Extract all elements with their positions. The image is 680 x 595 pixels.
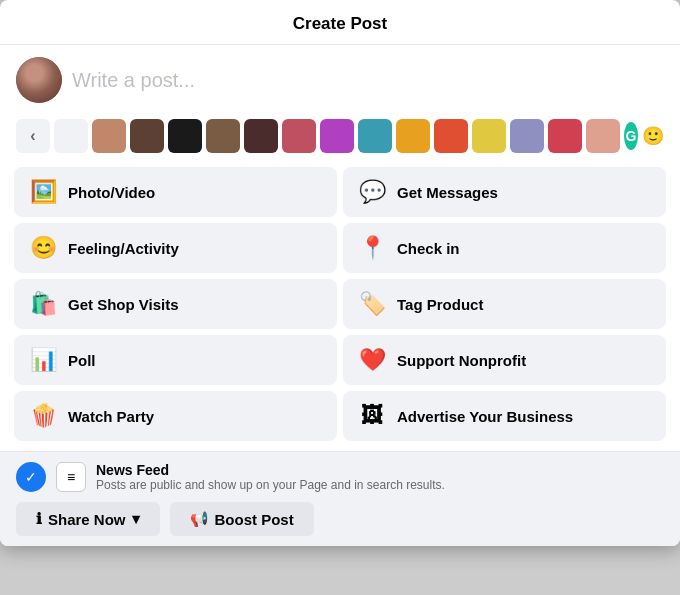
post-area: Write a post... bbox=[0, 45, 680, 115]
action-poll[interactable]: 📊Poll bbox=[14, 335, 337, 385]
poll-icon: 📊 bbox=[28, 345, 58, 375]
audience-text: News Feed Posts are public and show up o… bbox=[96, 462, 445, 492]
get-messages-icon: 💬 bbox=[357, 177, 387, 207]
color-swatch-coffee[interactable] bbox=[206, 119, 240, 153]
get-shop-visits-label: Get Shop Visits bbox=[68, 296, 179, 313]
footer: ✓ ≡ News Feed Posts are public and show … bbox=[0, 451, 680, 546]
action-get-messages[interactable]: 💬Get Messages bbox=[343, 167, 666, 217]
action-check-in[interactable]: 📍Check in bbox=[343, 223, 666, 273]
get-messages-label: Get Messages bbox=[397, 184, 498, 201]
action-photo-video[interactable]: 🖼️Photo/Video bbox=[14, 167, 337, 217]
avatar bbox=[16, 57, 62, 103]
prev-colors-button[interactable]: ‹ bbox=[16, 119, 50, 153]
news-feed-icon: ≡ bbox=[56, 462, 86, 492]
grammarly-icon: G bbox=[624, 122, 638, 150]
color-swatch-purple[interactable] bbox=[320, 119, 354, 153]
check-in-label: Check in bbox=[397, 240, 460, 257]
audience-title: News Feed bbox=[96, 462, 445, 478]
action-support-nonprofit[interactable]: ❤️Support Nonprofit bbox=[343, 335, 666, 385]
tag-product-icon: 🏷️ bbox=[357, 289, 387, 319]
post-input[interactable]: Write a post... bbox=[72, 69, 195, 92]
audience-desc: Posts are public and show up on your Pag… bbox=[96, 478, 445, 492]
share-now-button[interactable]: ℹ Share Now ▾ bbox=[16, 502, 160, 536]
color-swatch-dark-brown[interactable] bbox=[130, 119, 164, 153]
info-icon: ℹ bbox=[36, 510, 42, 528]
watch-party-icon: 🍿 bbox=[28, 401, 58, 431]
color-swatch-peach[interactable] bbox=[586, 119, 620, 153]
share-now-label: Share Now bbox=[48, 511, 126, 528]
modal-header: Create Post bbox=[0, 0, 680, 45]
photo-video-icon: 🖼️ bbox=[28, 177, 58, 207]
color-swatch-orange[interactable] bbox=[434, 119, 468, 153]
action-watch-party[interactable]: 🍿Watch Party bbox=[14, 391, 337, 441]
boost-post-button[interactable]: 📢 Boost Post bbox=[170, 502, 314, 536]
color-swatch-brown[interactable] bbox=[92, 119, 126, 153]
color-swatch-yellow[interactable] bbox=[472, 119, 506, 153]
action-tag-product[interactable]: 🏷️Tag Product bbox=[343, 279, 666, 329]
boost-post-label: Boost Post bbox=[215, 511, 294, 528]
action-get-shop-visits[interactable]: 🛍️Get Shop Visits bbox=[14, 279, 337, 329]
audience-row: ✓ ≡ News Feed Posts are public and show … bbox=[16, 462, 664, 492]
action-feeling-activity[interactable]: 😊Feeling/Activity bbox=[14, 223, 337, 273]
action-grid: 🖼️Photo/Video💬Get Messages😊Feeling/Activ… bbox=[0, 161, 680, 451]
modal-title: Create Post bbox=[16, 14, 664, 34]
feeling-activity-label: Feeling/Activity bbox=[68, 240, 179, 257]
check-icon: ✓ bbox=[16, 462, 46, 492]
feeling-activity-icon: 😊 bbox=[28, 233, 58, 263]
color-swatch-dark-red[interactable] bbox=[244, 119, 278, 153]
color-swatch-white[interactable] bbox=[54, 119, 88, 153]
button-row: ℹ Share Now ▾ 📢 Boost Post bbox=[16, 502, 664, 536]
watch-party-label: Watch Party bbox=[68, 408, 154, 425]
tag-product-label: Tag Product bbox=[397, 296, 483, 313]
color-swatch-black[interactable] bbox=[168, 119, 202, 153]
advertise-your-business-icon: 🖼 bbox=[357, 401, 387, 431]
create-post-modal: Create Post Write a post... ‹ G 🙂 🖼️Phot… bbox=[0, 0, 680, 546]
color-swatch-crimson[interactable] bbox=[548, 119, 582, 153]
advertise-your-business-label: Advertise Your Business bbox=[397, 408, 573, 425]
get-shop-visits-icon: 🛍️ bbox=[28, 289, 58, 319]
color-swatch-rose[interactable] bbox=[282, 119, 316, 153]
color-swatch-teal[interactable] bbox=[358, 119, 392, 153]
color-swatch-lavender[interactable] bbox=[510, 119, 544, 153]
photo-video-label: Photo/Video bbox=[68, 184, 155, 201]
poll-label: Poll bbox=[68, 352, 96, 369]
support-nonprofit-icon: ❤️ bbox=[357, 345, 387, 375]
check-in-icon: 📍 bbox=[357, 233, 387, 263]
megaphone-icon: 📢 bbox=[190, 510, 209, 528]
dropdown-arrow-icon: ▾ bbox=[132, 510, 140, 528]
action-advertise-your-business[interactable]: 🖼Advertise Your Business bbox=[343, 391, 666, 441]
emoji-button[interactable]: 🙂 bbox=[642, 122, 664, 150]
color-swatches-row: ‹ G 🙂 bbox=[0, 115, 680, 161]
support-nonprofit-label: Support Nonprofit bbox=[397, 352, 526, 369]
color-swatch-gold[interactable] bbox=[396, 119, 430, 153]
